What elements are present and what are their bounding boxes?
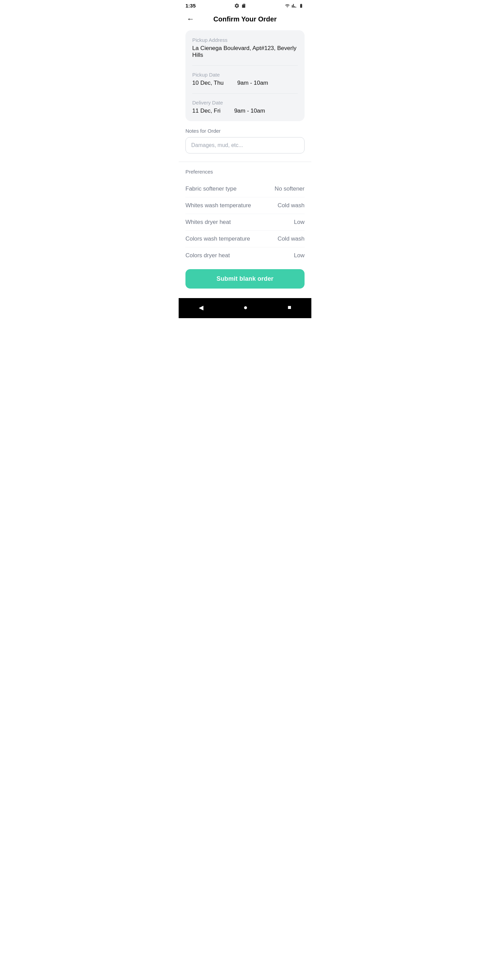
status-bar: 1:35 bbox=[179, 0, 311, 10]
status-time: 1:35 bbox=[185, 3, 196, 8]
submit-btn-container: Submit blank order bbox=[179, 264, 311, 295]
back-button[interactable]: ← bbox=[185, 13, 196, 25]
card-divider-2 bbox=[192, 93, 298, 94]
delivery-date-section: Delivery Date 11 Dec, Fri 9am - 10am bbox=[192, 100, 298, 115]
submit-button[interactable]: Submit blank order bbox=[185, 269, 305, 288]
card-divider-1 bbox=[192, 65, 298, 66]
pref-label: Whites dryer heat bbox=[185, 219, 231, 226]
nav-recent-button[interactable]: ■ bbox=[283, 302, 295, 312]
pref-label: Whites wash temperature bbox=[185, 202, 251, 209]
pickup-address-label: Pickup Address bbox=[192, 37, 298, 43]
pref-label: Colors wash temperature bbox=[185, 235, 250, 242]
status-icons bbox=[234, 3, 246, 8]
nav-home-button[interactable]: ● bbox=[240, 302, 252, 313]
notes-label: Notes for Order bbox=[185, 128, 305, 134]
bottom-nav: ◀ ● ■ bbox=[179, 298, 311, 318]
header: ← Confirm Your Order bbox=[179, 10, 311, 30]
preferences-section: Preferences Fabric softener typeNo softe… bbox=[179, 169, 311, 264]
delivery-time-value: 9am - 10am bbox=[234, 108, 265, 115]
section-divider bbox=[179, 162, 311, 162]
pref-row[interactable]: Colors wash temperatureCold wash bbox=[185, 231, 305, 247]
pref-value: Cold wash bbox=[278, 235, 305, 242]
pref-value: Cold wash bbox=[278, 202, 305, 209]
pref-value: Low bbox=[294, 252, 305, 259]
pref-label: Fabric softener type bbox=[185, 185, 237, 192]
pref-row[interactable]: Colors dryer heatLow bbox=[185, 247, 305, 264]
wifi-icon bbox=[285, 3, 290, 8]
delivery-date-row: 11 Dec, Fri 9am - 10am bbox=[192, 108, 298, 115]
nav-recent-icon: ■ bbox=[288, 304, 291, 311]
page-title: Confirm Your Order bbox=[213, 15, 277, 23]
settings-icon bbox=[234, 3, 240, 8]
pickup-time-value: 9am - 10am bbox=[237, 80, 268, 86]
delivery-date-value: 11 Dec, Fri bbox=[192, 108, 221, 115]
pickup-address-value: La Cienega Boulevard, Apt#123, Beverly H… bbox=[192, 45, 298, 59]
pref-label: Colors dryer heat bbox=[185, 252, 230, 259]
nav-back-icon: ◀ bbox=[199, 304, 204, 311]
nav-back-button[interactable]: ◀ bbox=[195, 302, 208, 313]
sdcard-icon bbox=[241, 3, 246, 8]
signal-icon bbox=[292, 3, 296, 8]
notes-input[interactable] bbox=[185, 137, 305, 153]
pref-row[interactable]: Whites dryer heatLow bbox=[185, 214, 305, 231]
battery-icon bbox=[298, 3, 305, 8]
preferences-heading: Preferences bbox=[185, 169, 305, 175]
pickup-date-section: Pickup Date 10 Dec, Thu 9am - 10am bbox=[192, 72, 298, 86]
preferences-list: Fabric softener typeNo softenerWhites wa… bbox=[185, 181, 305, 264]
nav-home-icon: ● bbox=[243, 304, 248, 311]
pickup-date-label: Pickup Date bbox=[192, 72, 298, 78]
notes-section: Notes for Order bbox=[185, 128, 305, 153]
pickup-date-row: 10 Dec, Thu 9am - 10am bbox=[192, 80, 298, 86]
pref-value: No softener bbox=[275, 185, 305, 192]
status-right-icons bbox=[285, 3, 305, 8]
pickup-date-value: 10 Dec, Thu bbox=[192, 80, 224, 86]
main-content: Pickup Address La Cienega Boulevard, Apt… bbox=[179, 30, 311, 153]
pref-value: Low bbox=[294, 219, 305, 226]
info-card: Pickup Address La Cienega Boulevard, Apt… bbox=[185, 30, 305, 121]
pref-row[interactable]: Whites wash temperatureCold wash bbox=[185, 197, 305, 214]
pref-row[interactable]: Fabric softener typeNo softener bbox=[185, 181, 305, 197]
delivery-date-label: Delivery Date bbox=[192, 100, 298, 105]
pickup-address-section: Pickup Address La Cienega Boulevard, Apt… bbox=[192, 37, 298, 59]
